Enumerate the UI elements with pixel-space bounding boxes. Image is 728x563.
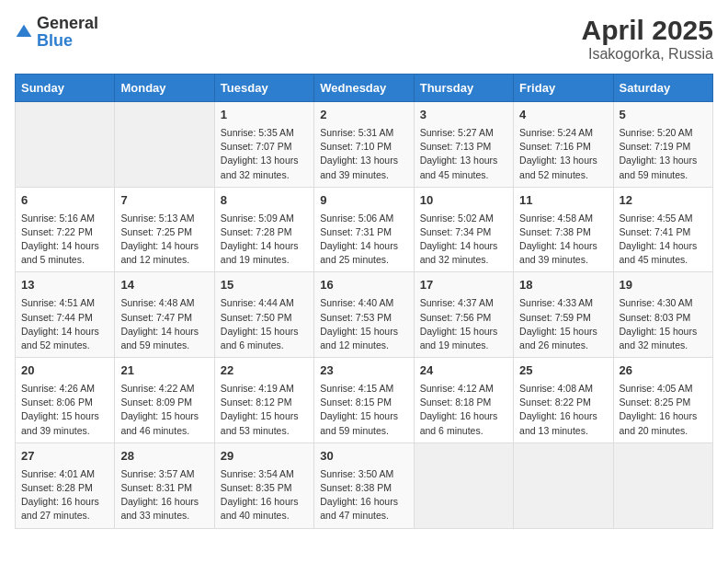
- day-number: 20: [21, 362, 108, 380]
- calendar-cell: 21Sunrise: 4:22 AMSunset: 8:09 PMDayligh…: [115, 358, 214, 443]
- weekday-header-monday: Monday: [115, 75, 214, 102]
- calendar-cell: 8Sunrise: 5:09 AMSunset: 7:28 PMDaylight…: [214, 187, 313, 272]
- weekday-header-sunday: Sunday: [16, 75, 115, 102]
- day-number: 21: [120, 362, 208, 380]
- day-info: Sunrise: 4:12 AMSunset: 8:18 PMDaylight:…: [420, 382, 507, 438]
- day-info: Sunrise: 4:33 AMSunset: 7:59 PMDaylight:…: [519, 296, 607, 352]
- day-info: Sunrise: 5:20 AMSunset: 7:19 PMDaylight:…: [620, 126, 707, 182]
- day-number: 28: [120, 448, 208, 465]
- day-number: 23: [320, 362, 407, 380]
- day-info: Sunrise: 4:19 AMSunset: 8:12 PMDaylight:…: [221, 382, 308, 438]
- calendar-cell: [514, 442, 613, 528]
- day-info: Sunrise: 5:35 AMSunset: 7:07 PMDaylight:…: [221, 126, 308, 182]
- calendar-cell: 19Sunrise: 4:30 AMSunset: 8:03 PMDayligh…: [613, 272, 712, 358]
- day-number: 22: [221, 362, 308, 380]
- day-info: Sunrise: 5:16 AMSunset: 7:22 PMDaylight:…: [21, 212, 108, 268]
- calendar-table: SundayMondayTuesdayWednesdayThursdayFrid…: [15, 74, 713, 529]
- calendar-cell: 9Sunrise: 5:06 AMSunset: 7:31 PMDaylight…: [314, 187, 414, 272]
- calendar-title: April 2025: [582, 15, 713, 46]
- calendar-cell: 28Sunrise: 3:57 AMSunset: 8:31 PMDayligh…: [115, 442, 214, 528]
- day-number: 6: [21, 192, 108, 210]
- day-info: Sunrise: 5:27 AMSunset: 7:13 PMDaylight:…: [420, 126, 507, 182]
- day-number: 3: [420, 107, 507, 124]
- day-info: Sunrise: 4:30 AMSunset: 8:03 PMDaylight:…: [620, 296, 707, 352]
- day-number: 7: [120, 192, 208, 210]
- day-number: 25: [519, 362, 607, 380]
- day-number: 13: [21, 277, 108, 294]
- logo-blue: Blue: [37, 31, 73, 50]
- logo: General Blue: [15, 15, 98, 50]
- calendar-cell: 13Sunrise: 4:51 AMSunset: 7:44 PMDayligh…: [16, 272, 115, 358]
- day-number: 15: [221, 277, 308, 294]
- weekday-header-tuesday: Tuesday: [214, 75, 313, 102]
- calendar-cell: 4Sunrise: 5:24 AMSunset: 7:16 PMDaylight…: [514, 102, 613, 188]
- calendar-cell: 10Sunrise: 5:02 AMSunset: 7:34 PMDayligh…: [414, 187, 513, 272]
- day-info: Sunrise: 3:50 AMSunset: 8:38 PMDaylight:…: [320, 467, 407, 523]
- calendar-week-1: 1Sunrise: 5:35 AMSunset: 7:07 PMDaylight…: [16, 102, 713, 188]
- calendar-cell: 24Sunrise: 4:12 AMSunset: 8:18 PMDayligh…: [414, 358, 513, 443]
- day-info: Sunrise: 4:15 AMSunset: 8:15 PMDaylight:…: [320, 382, 407, 438]
- day-info: Sunrise: 5:24 AMSunset: 7:16 PMDaylight:…: [519, 126, 607, 182]
- day-info: Sunrise: 5:13 AMSunset: 7:25 PMDaylight:…: [120, 212, 208, 268]
- page-header: General Blue April 2025 Isakogorka, Russ…: [15, 15, 713, 63]
- calendar-cell: [115, 102, 214, 188]
- calendar-location: Isakogorka, Russia: [582, 46, 713, 63]
- day-info: Sunrise: 5:06 AMSunset: 7:31 PMDaylight:…: [320, 212, 407, 268]
- day-number: 16: [320, 277, 407, 294]
- calendar-week-3: 13Sunrise: 4:51 AMSunset: 7:44 PMDayligh…: [16, 272, 713, 358]
- logo-general: General: [37, 14, 98, 32]
- title-block: April 2025 Isakogorka, Russia: [582, 15, 713, 63]
- weekday-header-row: SundayMondayTuesdayWednesdayThursdayFrid…: [16, 75, 713, 102]
- calendar-cell: [414, 442, 513, 528]
- day-info: Sunrise: 4:05 AMSunset: 8:25 PMDaylight:…: [620, 382, 707, 438]
- weekday-header-wednesday: Wednesday: [314, 75, 414, 102]
- calendar-cell: 18Sunrise: 4:33 AMSunset: 7:59 PMDayligh…: [514, 272, 613, 358]
- day-number: 17: [420, 277, 507, 294]
- day-number: 2: [320, 107, 407, 124]
- day-number: 9: [320, 192, 407, 210]
- day-number: 27: [21, 448, 108, 465]
- calendar-cell: [613, 442, 712, 528]
- day-info: Sunrise: 4:58 AMSunset: 7:38 PMDaylight:…: [519, 212, 607, 268]
- day-number: 1: [221, 107, 308, 124]
- day-info: Sunrise: 4:51 AMSunset: 7:44 PMDaylight:…: [21, 296, 108, 352]
- day-info: Sunrise: 5:09 AMSunset: 7:28 PMDaylight:…: [221, 212, 308, 268]
- day-info: Sunrise: 4:55 AMSunset: 7:41 PMDaylight:…: [620, 212, 707, 268]
- calendar-cell: 5Sunrise: 5:20 AMSunset: 7:19 PMDaylight…: [613, 102, 712, 188]
- day-info: Sunrise: 4:48 AMSunset: 7:47 PMDaylight:…: [120, 296, 208, 352]
- day-info: Sunrise: 3:57 AMSunset: 8:31 PMDaylight:…: [120, 467, 208, 523]
- weekday-header-friday: Friday: [514, 75, 613, 102]
- calendar-week-4: 20Sunrise: 4:26 AMSunset: 8:06 PMDayligh…: [16, 358, 713, 443]
- calendar-cell: 22Sunrise: 4:19 AMSunset: 8:12 PMDayligh…: [214, 358, 313, 443]
- day-info: Sunrise: 4:22 AMSunset: 8:09 PMDaylight:…: [120, 382, 208, 438]
- day-number: 11: [519, 192, 607, 210]
- weekday-header-thursday: Thursday: [414, 75, 513, 102]
- calendar-cell: 12Sunrise: 4:55 AMSunset: 7:41 PMDayligh…: [613, 187, 712, 272]
- logo-icon: [15, 23, 33, 41]
- day-number: 18: [519, 277, 607, 294]
- day-number: 10: [420, 192, 507, 210]
- calendar-cell: 17Sunrise: 4:37 AMSunset: 7:56 PMDayligh…: [414, 272, 513, 358]
- day-number: 29: [221, 448, 308, 465]
- calendar-cell: 6Sunrise: 5:16 AMSunset: 7:22 PMDaylight…: [16, 187, 115, 272]
- svg-marker-0: [17, 25, 32, 37]
- day-info: Sunrise: 5:02 AMSunset: 7:34 PMDaylight:…: [420, 212, 507, 268]
- weekday-header-saturday: Saturday: [613, 75, 712, 102]
- day-info: Sunrise: 4:26 AMSunset: 8:06 PMDaylight:…: [21, 382, 108, 438]
- day-number: 30: [320, 448, 407, 465]
- calendar-cell: 1Sunrise: 5:35 AMSunset: 7:07 PMDaylight…: [214, 102, 313, 188]
- day-number: 8: [221, 192, 308, 210]
- calendar-cell: 26Sunrise: 4:05 AMSunset: 8:25 PMDayligh…: [613, 358, 712, 443]
- calendar-cell: 29Sunrise: 3:54 AMSunset: 8:35 PMDayligh…: [214, 442, 313, 528]
- calendar-cell: 14Sunrise: 4:48 AMSunset: 7:47 PMDayligh…: [115, 272, 214, 358]
- day-number: 26: [620, 362, 707, 380]
- day-info: Sunrise: 4:44 AMSunset: 7:50 PMDaylight:…: [221, 296, 308, 352]
- calendar-cell: 16Sunrise: 4:40 AMSunset: 7:53 PMDayligh…: [314, 272, 414, 358]
- calendar-cell: 27Sunrise: 4:01 AMSunset: 8:28 PMDayligh…: [16, 442, 115, 528]
- day-info: Sunrise: 4:37 AMSunset: 7:56 PMDaylight:…: [420, 296, 507, 352]
- day-info: Sunrise: 4:40 AMSunset: 7:53 PMDaylight:…: [320, 296, 407, 352]
- day-number: 24: [420, 362, 507, 380]
- calendar-cell: [16, 102, 115, 188]
- day-info: Sunrise: 4:01 AMSunset: 8:28 PMDaylight:…: [21, 467, 108, 523]
- day-info: Sunrise: 5:31 AMSunset: 7:10 PMDaylight:…: [320, 126, 407, 182]
